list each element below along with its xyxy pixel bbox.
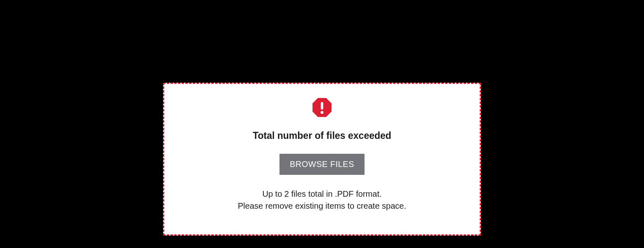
upload-help-text: Up to 2 files total in .PDF format. Plea… <box>238 188 406 212</box>
help-line-2: Please remove existing items to create s… <box>238 200 406 212</box>
alert-octagon-icon <box>312 97 332 119</box>
help-line-1: Up to 2 files total in .PDF format. <box>238 188 406 200</box>
browse-files-button[interactable]: BROWSE FILES <box>279 154 365 175</box>
error-title: Total number of files exceeded <box>253 130 391 141</box>
svg-rect-1 <box>321 102 323 110</box>
svg-point-2 <box>321 111 324 114</box>
file-dropzone[interactable]: Total number of files exceeded BROWSE FI… <box>163 83 481 236</box>
